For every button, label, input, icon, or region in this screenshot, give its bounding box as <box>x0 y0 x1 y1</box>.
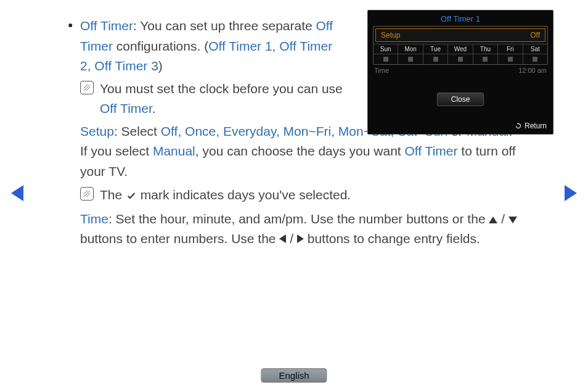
off-timer-intro: Off Timer: You can set up three separate… <box>80 16 345 77</box>
up-arrow-icon <box>489 217 497 223</box>
osd-day: Sun <box>374 44 398 54</box>
check-icon <box>126 191 137 201</box>
osd-day-checkbox[interactable] <box>523 54 547 64</box>
note-clock-text: You must set the clock before you can us… <box>100 79 345 119</box>
osd-day-checkbox[interactable] <box>473 54 498 64</box>
return-icon <box>515 122 522 130</box>
note-check-text: The mark indicates days you've selected. <box>100 185 351 205</box>
prev-page-button[interactable] <box>11 185 23 201</box>
osd-day: Fri <box>498 44 523 54</box>
osd-time-label: Time <box>374 67 389 74</box>
osd-setup-label: Setup <box>381 31 400 39</box>
osd-panel: Off Timer 1 Setup Off Sun Mon Tue Wed Th… <box>367 10 553 135</box>
osd-day: Wed <box>448 44 473 54</box>
bullet-icon: ● <box>68 16 80 33</box>
time-paragraph: Time: Set the hour, minute, and am/pm. U… <box>80 209 520 249</box>
osd-setup-value: Off <box>530 31 540 39</box>
down-arrow-icon <box>508 217 517 223</box>
osd-title: Off Timer 1 <box>368 10 553 26</box>
osd-day-checkboxes <box>374 54 547 64</box>
osd-time-value: 12:00 am <box>518 67 547 74</box>
osd-day-checkbox[interactable] <box>374 54 398 64</box>
right-arrow-icon <box>297 234 304 243</box>
osd-day-checkbox[interactable] <box>498 54 523 64</box>
osd-return-button[interactable]: Return <box>515 122 547 130</box>
osd-day-checkbox[interactable] <box>398 54 423 64</box>
left-arrow-icon <box>279 234 286 243</box>
note-icon <box>80 187 94 201</box>
osd-day-checkbox[interactable] <box>448 54 473 64</box>
language-button[interactable]: English <box>261 368 327 383</box>
osd-setup-row[interactable]: Setup Off <box>375 28 545 42</box>
next-page-button[interactable] <box>565 185 577 201</box>
osd-day-checkbox[interactable] <box>423 54 448 64</box>
osd-day: Sat <box>523 44 547 54</box>
osd-close-button[interactable]: Close <box>437 93 484 106</box>
off-timer-term: Off Timer <box>80 19 133 33</box>
osd-time-row: Time 12:00 am <box>368 65 553 77</box>
osd-day: Mon <box>398 44 423 54</box>
note-icon <box>80 81 94 94</box>
osd-day: Tue <box>423 44 448 54</box>
osd-day: Thu <box>473 44 498 54</box>
osd-days-header: Sun Mon Tue Wed Thu Fri Sat <box>374 44 547 54</box>
